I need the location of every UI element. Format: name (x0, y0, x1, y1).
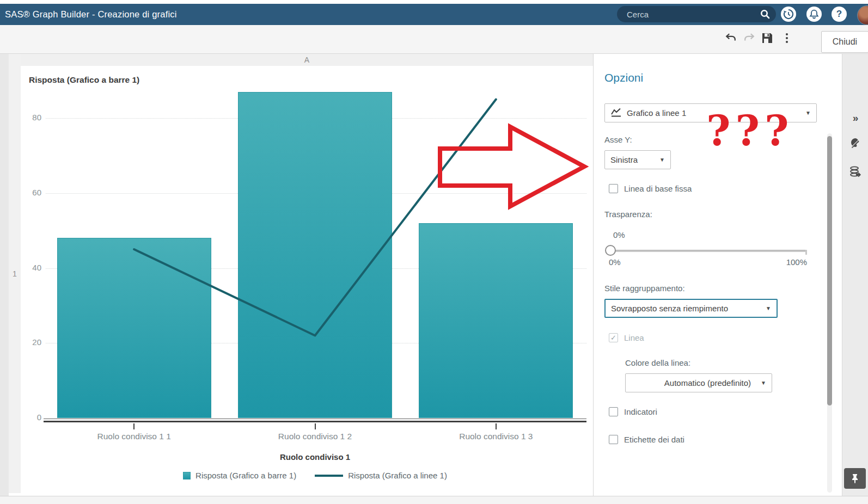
x-category-label: Ruolo condiviso 1 3 (414, 432, 578, 441)
right-rail: » (842, 54, 868, 496)
bar-series-column[interactable] (238, 92, 392, 418)
x-tick (315, 423, 316, 429)
window-bottom-strip (0, 496, 868, 504)
options-panel-title: Opzioni (604, 71, 643, 84)
help-icon[interactable]: ? (832, 7, 847, 22)
checkbox-unchecked (609, 435, 618, 444)
search-input[interactable] (617, 9, 753, 20)
legend-label: Risposta (Grafico a linee 1) (348, 471, 447, 480)
chevron-down-icon: ▼ (761, 380, 766, 386)
transparency-value: 0% (613, 230, 625, 239)
search-icon[interactable] (759, 8, 772, 23)
kebab-menu-icon[interactable] (780, 32, 793, 45)
sas-graph-builder-window: SAS® Graph Builder - Creazione di grafic… (0, 0, 868, 504)
line-color-value: Automatico (predefinito) (664, 378, 751, 388)
x-axis-baseline (44, 419, 586, 419)
line-chart-icon (610, 108, 622, 119)
left-gutter (0, 54, 9, 496)
app-title: SAS® Graph Builder - Creazione di grafic… (5, 4, 177, 25)
pushpin-icon (849, 473, 860, 484)
line-checkbox[interactable]: ✓ Linea (609, 333, 644, 342)
y-tick-label: 80 (22, 113, 41, 122)
chart-selector-dropdown[interactable]: Grafico a linee 1 ▼ (604, 103, 817, 122)
checkbox-unchecked (609, 184, 618, 193)
markers-checkbox[interactable]: Indicatori (609, 407, 657, 416)
y-tick-label: 0 (22, 413, 41, 422)
transparency-label: Trasparenza: (604, 210, 652, 219)
undo-icon[interactable] (724, 32, 737, 45)
line-color-dropdown[interactable]: Automatico (predefinito) ▼ (625, 373, 772, 392)
search-box[interactable] (617, 6, 776, 22)
x-axis-title: Ruolo condiviso 1 (44, 452, 586, 462)
bar-series-column[interactable] (57, 238, 211, 418)
checkbox-checked-disabled: ✓ (609, 333, 618, 342)
window-top-strip (0, 0, 868, 4)
y-axis-dropdown[interactable]: Sinistra ▼ (604, 150, 671, 169)
bar-series-column[interactable] (419, 223, 573, 418)
toolbar: Chiudi (0, 25, 868, 54)
y-axis-value: Sinistra (610, 155, 638, 164)
collapse-panel-icon[interactable]: » (849, 112, 862, 125)
grouping-style-dropdown[interactable]: Sovrapposto senza riempimento ▼ (604, 299, 778, 318)
legend-label: Risposta (Grafico a barre 1) (195, 471, 296, 480)
transparency-slider-track[interactable] (606, 250, 807, 252)
chart-canvas[interactable]: Risposta (Grafico a barre 1) Ruolo condi… (21, 66, 593, 496)
slider-max-label: 100% (773, 257, 807, 267)
avatar[interactable] (857, 5, 868, 25)
chevron-down-icon: ▼ (805, 110, 811, 116)
pin-panel-button[interactable] (844, 468, 866, 489)
scrollbar-thumb[interactable] (827, 136, 832, 405)
close-button[interactable]: Chiudi (821, 31, 868, 53)
chart-legend: Risposta (Grafico a barre 1)Risposta (Gr… (44, 471, 586, 480)
legend-item[interactable]: Risposta (Grafico a barre 1) (183, 471, 296, 480)
transparency-slider-handle[interactable] (605, 245, 616, 256)
y-tick-label: 40 (22, 263, 41, 272)
chevron-down-icon: ▼ (766, 305, 771, 311)
y-tick-label: 60 (22, 188, 41, 197)
data-roles-icon[interactable] (849, 165, 862, 179)
legend-bar-swatch (183, 472, 191, 480)
x-category-label: Ruolo condiviso 1 1 (52, 432, 216, 441)
x-category-label: Ruolo condiviso 1 2 (234, 432, 397, 441)
x-axis-line (44, 421, 586, 422)
chevron-down-icon: ▼ (659, 157, 665, 163)
slider-end-cap (805, 250, 807, 255)
options-panel: Opzioni Grafico a linee 1 ▼ Asse Y: Sini… (594, 54, 842, 496)
grid-row-header[interactable]: 1 (9, 54, 21, 493)
history-icon[interactable] (781, 7, 796, 22)
x-tick (496, 423, 497, 429)
style-options-icon[interactable] (849, 137, 862, 150)
legend-item[interactable]: Risposta (Grafico a linee 1) (315, 471, 447, 480)
y-axis-label: Asse Y: (604, 135, 632, 144)
chart-selector-value: Grafico a linee 1 (627, 108, 686, 118)
application-bar: SAS® Graph Builder - Creazione di grafic… (0, 4, 868, 25)
grid-column-header[interactable]: A (21, 54, 593, 66)
grouping-style-label: Stile raggruppamento: (604, 284, 685, 293)
data-labels-checkbox[interactable]: Etichette dei dati (609, 435, 684, 444)
grouping-style-value: Sovrapposto senza riempimento (611, 304, 728, 313)
chart-title: Risposta (Grafico a barre 1) (29, 75, 139, 85)
x-tick (133, 423, 135, 429)
legend-line-swatch (315, 475, 343, 477)
redo-icon[interactable] (743, 32, 756, 45)
bell-icon[interactable] (806, 7, 822, 22)
line-color-label: Colore della linea: (625, 358, 690, 367)
save-icon[interactable] (761, 32, 774, 45)
slider-min-label: 0% (609, 257, 621, 267)
checkbox-unchecked (609, 407, 618, 416)
y-tick-label: 20 (22, 337, 41, 347)
fixed-baseline-checkbox[interactable]: Linea di base fissa (609, 184, 692, 193)
